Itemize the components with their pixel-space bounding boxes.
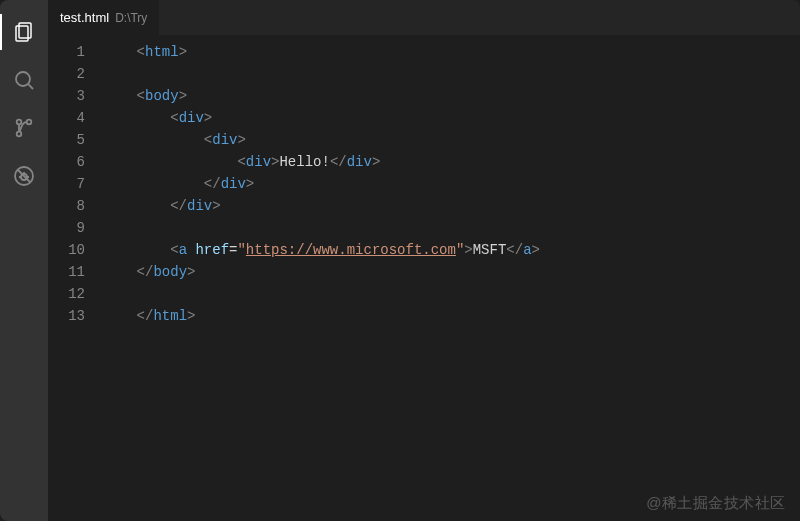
code-line[interactable]: </html> [103,305,800,327]
code-line[interactable] [103,217,800,239]
svg-point-2 [16,72,30,86]
line-number-gutter: 12345678910111213 [48,35,103,521]
code-line[interactable]: </div> [103,173,800,195]
line-number: 10 [48,239,85,261]
code-line[interactable] [103,63,800,85]
code-area[interactable]: 12345678910111213 <html> <body> <div> <d… [48,35,800,521]
code-line[interactable]: </body> [103,261,800,283]
line-number: 5 [48,129,85,151]
line-number: 7 [48,173,85,195]
line-number: 12 [48,283,85,305]
tab-path: D:\Try [115,11,147,25]
svg-point-5 [17,120,22,125]
code-line[interactable]: <div> [103,107,800,129]
code-line[interactable] [103,283,800,305]
activity-explorer-icon[interactable] [0,8,48,56]
line-number: 2 [48,63,85,85]
line-number: 13 [48,305,85,327]
svg-point-6 [17,132,22,137]
line-number: 1 [48,41,85,63]
code-line[interactable]: <div>Hello!</div> [103,151,800,173]
line-number: 3 [48,85,85,107]
svg-point-4 [27,120,32,125]
line-number: 9 [48,217,85,239]
line-number: 11 [48,261,85,283]
activity-search-icon[interactable] [0,56,48,104]
editor-area: test.html D:\Try 12345678910111213 <html… [48,0,800,521]
code-line[interactable]: </div> [103,195,800,217]
code-line[interactable]: <a href="https://www.microsoft.com">MSFT… [103,239,800,261]
tab-filename: test.html [60,10,109,25]
editor-tab[interactable]: test.html D:\Try [48,0,159,35]
code-content[interactable]: <html> <body> <div> <div> <div>Hello!</d… [103,35,800,521]
watermark-text: @稀土掘金技术社区 [646,494,786,513]
code-line[interactable]: <div> [103,129,800,151]
activity-bar [0,0,48,521]
line-number: 8 [48,195,85,217]
code-line[interactable]: <body> [103,85,800,107]
activity-source-control-icon[interactable] [0,104,48,152]
activity-debug-icon[interactable] [0,152,48,200]
tab-bar: test.html D:\Try [48,0,800,35]
svg-line-3 [28,84,33,89]
line-number: 6 [48,151,85,173]
code-line[interactable]: <html> [103,41,800,63]
line-number: 4 [48,107,85,129]
